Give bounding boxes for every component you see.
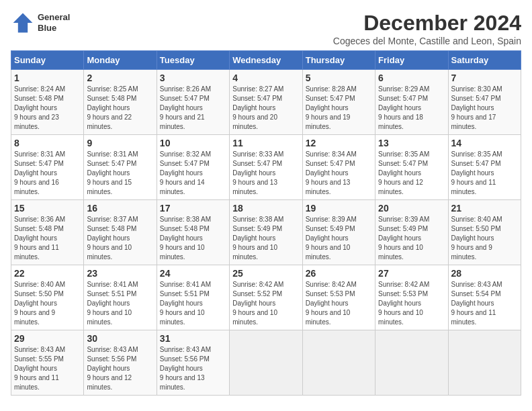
day-number: 25 [232, 268, 299, 279]
day-number: 12 [306, 138, 372, 148]
day-info: Sunrise: 8:37 AMSunset: 5:48 PMDaylight … [87, 216, 138, 261]
calendar-cell: 9 Sunrise: 8:31 AMSunset: 5:47 PMDayligh… [84, 135, 157, 200]
day-info: Sunrise: 8:42 AMSunset: 5:53 PMDaylight … [306, 281, 357, 326]
calendar-week-row: 22 Sunrise: 8:40 AMSunset: 5:50 PMDaylig… [11, 265, 521, 330]
day-info: Sunrise: 8:27 AMSunset: 5:47 PMDaylight … [232, 85, 283, 130]
day-number: 22 [14, 268, 81, 279]
day-number: 15 [14, 203, 81, 214]
day-number: 2 [87, 73, 153, 83]
day-number: 14 [451, 138, 518, 148]
day-number: 23 [87, 268, 153, 279]
day-info: Sunrise: 8:33 AMSunset: 5:47 PMDaylight … [232, 150, 283, 195]
calendar-cell: 28 Sunrise: 8:43 AMSunset: 5:54 PMDaylig… [448, 265, 521, 330]
day-info: Sunrise: 8:35 AMSunset: 5:47 PMDaylight … [378, 150, 429, 195]
day-number: 8 [14, 138, 81, 148]
calendar-cell: 7 Sunrise: 8:30 AMSunset: 5:47 PMDayligh… [448, 70, 521, 135]
day-info: Sunrise: 8:42 AMSunset: 5:53 PMDaylight … [378, 281, 429, 326]
header-monday: Monday [84, 51, 157, 70]
day-number: 28 [451, 268, 518, 279]
day-number: 18 [232, 203, 299, 214]
calendar-cell: 5 Sunrise: 8:28 AMSunset: 5:47 PMDayligh… [302, 70, 375, 135]
day-number: 29 [14, 333, 81, 344]
calendar-cell: 1 Sunrise: 8:24 AMSunset: 5:48 PMDayligh… [11, 70, 84, 135]
day-info: Sunrise: 8:38 AMSunset: 5:49 PMDaylight … [232, 216, 283, 261]
day-info: Sunrise: 8:43 AMSunset: 5:54 PMDaylight … [451, 281, 502, 326]
calendar-cell: 29 Sunrise: 8:43 AMSunset: 5:55 PMDaylig… [11, 330, 84, 396]
day-info: Sunrise: 8:43 AMSunset: 5:55 PMDaylight … [14, 346, 65, 391]
day-info: Sunrise: 8:40 AMSunset: 5:50 PMDaylight … [451, 216, 502, 261]
day-number: 4 [232, 73, 299, 83]
calendar-cell: 26 Sunrise: 8:42 AMSunset: 5:53 PMDaylig… [302, 265, 375, 330]
month-title: December 2024 [333, 11, 521, 36]
calendar-table: SundayMondayTuesdayWednesdayThursdayFrid… [11, 50, 521, 396]
day-number: 31 [160, 333, 226, 344]
day-number: 11 [232, 138, 299, 148]
day-number: 27 [378, 268, 445, 279]
logo: General Blue [11, 11, 70, 35]
title-section: December 2024 Cogeces del Monte, Castill… [333, 11, 521, 46]
day-number: 6 [378, 73, 445, 83]
calendar-cell: 24 Sunrise: 8:41 AMSunset: 5:51 PMDaylig… [157, 265, 229, 330]
day-info: Sunrise: 8:36 AMSunset: 5:48 PMDaylight … [14, 216, 65, 261]
calendar-week-row: 15 Sunrise: 8:36 AMSunset: 5:48 PMDaylig… [11, 200, 521, 265]
day-info: Sunrise: 8:30 AMSunset: 5:47 PMDaylight … [451, 85, 502, 130]
day-info: Sunrise: 8:39 AMSunset: 5:49 PMDaylight … [378, 216, 429, 261]
day-info: Sunrise: 8:31 AMSunset: 5:47 PMDaylight … [87, 150, 138, 195]
calendar-cell: 19 Sunrise: 8:39 AMSunset: 5:49 PMDaylig… [302, 200, 375, 265]
calendar-week-row: 29 Sunrise: 8:43 AMSunset: 5:55 PMDaylig… [11, 330, 521, 396]
calendar-cell: 23 Sunrise: 8:41 AMSunset: 5:51 PMDaylig… [84, 265, 157, 330]
calendar-cell: 11 Sunrise: 8:33 AMSunset: 5:47 PMDaylig… [230, 135, 302, 200]
calendar-cell: 4 Sunrise: 8:27 AMSunset: 5:47 PMDayligh… [230, 70, 302, 135]
day-number: 9 [87, 138, 153, 148]
calendar-cell [302, 330, 375, 396]
header-sunday: Sunday [11, 51, 84, 70]
day-info: Sunrise: 8:41 AMSunset: 5:51 PMDaylight … [160, 281, 211, 326]
day-number: 17 [160, 203, 226, 214]
svg-marker-0 [13, 13, 33, 33]
day-info: Sunrise: 8:43 AMSunset: 5:56 PMDaylight … [87, 346, 138, 391]
day-info: Sunrise: 8:35 AMSunset: 5:47 PMDaylight … [451, 150, 502, 195]
logo-text: General Blue [38, 12, 70, 33]
day-number: 7 [451, 73, 518, 83]
day-number: 10 [160, 138, 226, 148]
day-number: 1 [14, 73, 81, 83]
calendar-cell: 31 Sunrise: 8:43 AMSunset: 5:56 PMDaylig… [157, 330, 229, 396]
calendar-cell: 14 Sunrise: 8:35 AMSunset: 5:47 PMDaylig… [448, 135, 521, 200]
day-number: 3 [160, 73, 226, 83]
calendar-cell: 6 Sunrise: 8:29 AMSunset: 5:47 PMDayligh… [375, 70, 448, 135]
calendar-cell: 8 Sunrise: 8:31 AMSunset: 5:47 PMDayligh… [11, 135, 84, 200]
calendar-cell: 20 Sunrise: 8:39 AMSunset: 5:49 PMDaylig… [375, 200, 448, 265]
calendar-cell: 12 Sunrise: 8:34 AMSunset: 5:47 PMDaylig… [302, 135, 375, 200]
calendar-header-row: SundayMondayTuesdayWednesdayThursdayFrid… [11, 51, 521, 70]
calendar-cell: 30 Sunrise: 8:43 AMSunset: 5:56 PMDaylig… [84, 330, 157, 396]
day-info: Sunrise: 8:25 AMSunset: 5:48 PMDaylight … [87, 85, 138, 130]
day-info: Sunrise: 8:26 AMSunset: 5:47 PMDaylight … [160, 85, 211, 130]
day-info: Sunrise: 8:39 AMSunset: 5:49 PMDaylight … [306, 216, 357, 261]
day-number: 21 [451, 203, 518, 214]
day-number: 30 [87, 333, 153, 344]
day-info: Sunrise: 8:32 AMSunset: 5:47 PMDaylight … [160, 150, 211, 195]
day-info: Sunrise: 8:38 AMSunset: 5:48 PMDaylight … [160, 216, 211, 261]
calendar-cell [448, 330, 521, 396]
calendar-cell: 3 Sunrise: 8:26 AMSunset: 5:47 PMDayligh… [157, 70, 229, 135]
day-info: Sunrise: 8:29 AMSunset: 5:47 PMDaylight … [378, 85, 429, 130]
calendar-cell: 18 Sunrise: 8:38 AMSunset: 5:49 PMDaylig… [230, 200, 302, 265]
calendar-week-row: 1 Sunrise: 8:24 AMSunset: 5:48 PMDayligh… [11, 70, 521, 135]
calendar-cell [230, 330, 302, 396]
calendar-cell: 22 Sunrise: 8:40 AMSunset: 5:50 PMDaylig… [11, 265, 84, 330]
day-number: 26 [306, 268, 372, 279]
calendar-cell: 21 Sunrise: 8:40 AMSunset: 5:50 PMDaylig… [448, 200, 521, 265]
calendar-cell: 2 Sunrise: 8:25 AMSunset: 5:48 PMDayligh… [84, 70, 157, 135]
header-thursday: Thursday [302, 51, 375, 70]
logo-icon [11, 11, 35, 35]
day-number: 5 [306, 73, 372, 83]
calendar-cell: 15 Sunrise: 8:36 AMSunset: 5:48 PMDaylig… [11, 200, 84, 265]
day-info: Sunrise: 8:42 AMSunset: 5:52 PMDaylight … [232, 281, 283, 326]
day-number: 16 [87, 203, 153, 214]
calendar-week-row: 8 Sunrise: 8:31 AMSunset: 5:47 PMDayligh… [11, 135, 521, 200]
day-info: Sunrise: 8:34 AMSunset: 5:47 PMDaylight … [306, 150, 357, 195]
header-saturday: Saturday [448, 51, 521, 70]
day-info: Sunrise: 8:43 AMSunset: 5:56 PMDaylight … [160, 346, 211, 391]
header-friday: Friday [375, 51, 448, 70]
calendar-cell: 17 Sunrise: 8:38 AMSunset: 5:48 PMDaylig… [157, 200, 229, 265]
